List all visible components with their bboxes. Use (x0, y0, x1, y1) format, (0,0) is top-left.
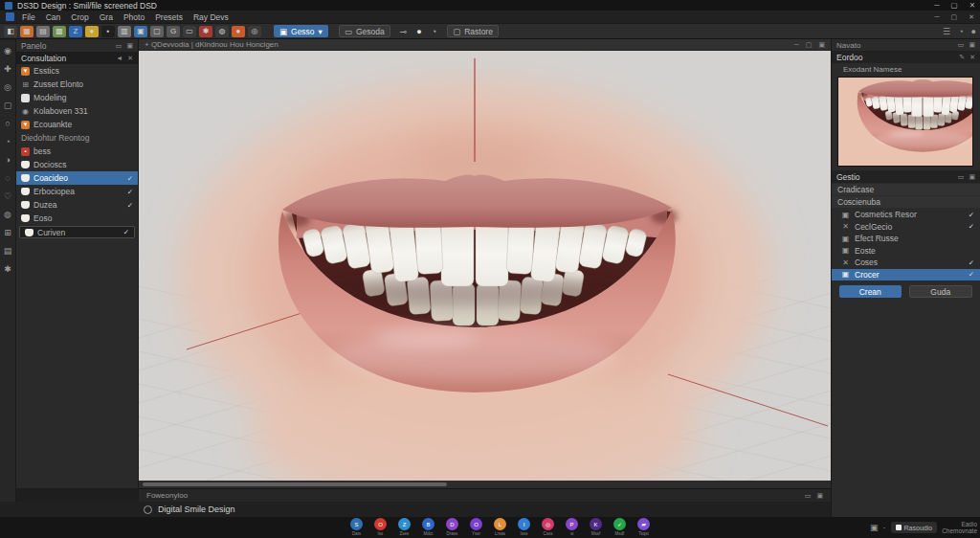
check-icon[interactable]: ✓ (127, 188, 133, 196)
toolbar-right-icon[interactable]: ☰ (943, 27, 950, 36)
dock-app[interactable]: ▰Tsqst (636, 518, 651, 536)
plug-icon[interactable]: ⊸ (400, 27, 408, 36)
layers-icon[interactable]: ▥ (118, 26, 131, 37)
section-icon[interactable]: ✎ (959, 54, 965, 61)
check-icon[interactable]: ✓ (969, 270, 974, 279)
gesture-icon[interactable]: ▣ (870, 523, 879, 532)
dock-app[interactable]: OYssr (469, 518, 483, 536)
viewport-hscrollbar[interactable] (139, 481, 831, 488)
guide-button[interactable]: Guda (909, 285, 973, 298)
check-icon[interactable]: ✓ (969, 211, 974, 219)
sphere-icon[interactable]: ● (232, 26, 245, 37)
console-button[interactable]: ▭ Gesoda (339, 25, 390, 37)
viewport-icon[interactable]: ─ (794, 41, 799, 49)
layer-item[interactable]: ▣Crocer✓ (832, 269, 980, 281)
globe-icon[interactable]: ◎ (248, 26, 261, 37)
timeline-icon[interactable]: ▣ (816, 492, 823, 500)
left-panel-item[interactable]: ◉Kolaboven 331 (16, 104, 138, 118)
menu-item-can[interactable]: Can (46, 12, 61, 22)
panel-option-icon[interactable]: ▣ (126, 42, 133, 50)
check-icon[interactable]: ✓ (969, 222, 974, 231)
menu-item-ray-devs[interactable]: Ray Devs (193, 12, 229, 22)
section-icon[interactable]: ▣ (969, 173, 975, 181)
blob-icon[interactable]: ● (416, 27, 421, 36)
view-mode-dropdown[interactable]: ▣ Gesso ▾ (274, 25, 328, 37)
viewport-icon[interactable]: ▢ (806, 41, 813, 49)
tooth-layer-item[interactable]: Curiven✓ (19, 226, 135, 238)
dark-icon[interactable]: ▪ (101, 26, 115, 37)
lasso-tool[interactable]: ◌ (2, 172, 14, 184)
settings-tool[interactable]: ✱ (2, 263, 14, 275)
maximize-button[interactable]: ▢ (951, 0, 958, 11)
frame-icon[interactable]: ▢ (150, 26, 164, 37)
menu-item-file[interactable]: File (22, 12, 35, 22)
target-tool[interactable]: ◍ (2, 209, 14, 220)
menu-item-presets[interactable]: Presets (155, 12, 183, 22)
dock-app[interactable]: OIss (373, 518, 388, 536)
left-panel-item[interactable]: ▼Esstics (16, 64, 138, 78)
dock-app[interactable]: IIsss (517, 518, 531, 536)
left-panel-item[interactable]: ▼Ecouankte (16, 118, 138, 131)
section-icon[interactable]: ✕ (969, 54, 975, 61)
screen-icon[interactable]: ▭ (183, 26, 196, 37)
tooth-layer-item[interactable]: Eoso (16, 212, 138, 225)
section-icon[interactable]: ✕ (127, 55, 133, 62)
left-panel-item[interactable]: Modeling (16, 91, 138, 104)
tooth-layer-item[interactable]: Docioscs (16, 158, 138, 171)
pattern-icon[interactable]: ▩ (53, 26, 66, 37)
minimize-button[interactable]: ─ (935, 11, 940, 22)
close-button[interactable]: ✕ (969, 0, 975, 11)
check-icon[interactable]: ✓ (123, 228, 129, 236)
tooth-layer-item[interactable]: Duzea✓ (16, 198, 138, 212)
left-panel-item[interactable]: Diedohtur Reontog (16, 131, 138, 145)
camera-tool[interactable]: ◉ (2, 45, 14, 56)
pan-tool[interactable]: ✚ (2, 63, 14, 75)
dock-app[interactable]: BMdct (421, 518, 435, 536)
hscroll-thumb[interactable] (143, 482, 447, 486)
layer-item[interactable]: ▣Eoste (832, 245, 980, 258)
open-icon[interactable]: ◧ (4, 26, 17, 37)
display-icon[interactable]: ◍ (215, 26, 229, 37)
section-icon[interactable]: ▭ (958, 173, 965, 181)
viewport-canvas[interactable] (139, 51, 831, 481)
dock-app[interactable]: DDrass (445, 518, 459, 536)
app-menu-icon[interactable] (6, 12, 14, 21)
layer-item[interactable]: ✕Coses✓ (832, 257, 980, 269)
texture-icon[interactable]: ▦ (20, 26, 33, 37)
right-panel-row[interactable]: Cradicase (832, 184, 980, 195)
check-icon[interactable]: ✓ (127, 201, 133, 210)
layer-item[interactable]: ✕CeclGecio✓ (832, 221, 980, 234)
record-icon[interactable]: ● (85, 26, 99, 37)
toolbar-right-icon[interactable]: ◔ (958, 27, 963, 36)
menu-item-photo[interactable]: Photo (123, 12, 145, 22)
left-panel-item[interactable]: ⊞Zusset Elonto (16, 78, 138, 91)
zoom-tool-icon[interactable]: Z (69, 26, 82, 37)
menu-item-crop[interactable]: Crop (71, 12, 88, 22)
dock-app[interactable]: KMssf (589, 518, 603, 536)
zoom-in-tool[interactable]: ◔ (2, 136, 14, 147)
layers-tool[interactable]: ▤ (2, 245, 14, 257)
grid-tool[interactable]: ⊞ (2, 227, 14, 238)
section-icon[interactable]: ◄ (116, 55, 122, 62)
dock-app[interactable]: SDats (349, 518, 364, 536)
eye-tool[interactable]: ◎ (2, 81, 14, 93)
layer-item[interactable]: ▣Efect Russe (832, 233, 980, 245)
dock-app[interactable]: ZZses (397, 518, 412, 536)
check-icon[interactable]: ✓ (127, 174, 133, 183)
layer-item[interactable]: ▣Cosmetics Resor✓ (832, 209, 980, 221)
left-panel-item[interactable]: ▪bess (16, 145, 138, 158)
contrast-tool[interactable]: ◑ (2, 154, 14, 166)
panel-option-icon[interactable]: ▣ (969, 41, 975, 49)
timeline-icon[interactable]: ▭ (805, 492, 812, 500)
toolbar-right-icon[interactable]: ● (971, 27, 976, 36)
check-icon[interactable]: ✓ (969, 258, 974, 267)
panel-option-icon[interactable]: ▭ (958, 41, 965, 49)
zoom-out-tool[interactable]: ○ (2, 118, 14, 129)
grid-icon[interactable]: ▤ (36, 26, 50, 37)
tooth-layer-item[interactable]: Erbociopea✓ (16, 185, 138, 198)
reference-photo[interactable] (837, 77, 973, 167)
close-button[interactable]: ✕ (969, 11, 974, 22)
select-tool[interactable]: ▢ (2, 100, 14, 111)
right-panel-row[interactable]: Coscienuba (832, 196, 980, 208)
panel-icon[interactable]: ▣ (134, 26, 147, 37)
